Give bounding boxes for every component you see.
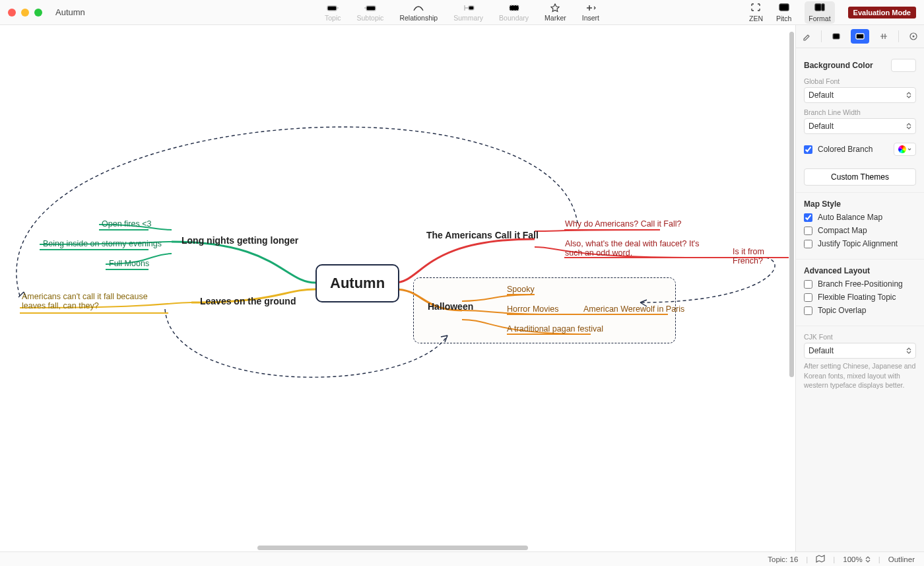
leaf-stormy-evenings[interactable]: Being inside on stormy evenings bbox=[43, 239, 162, 248]
global-font-select[interactable]: Default bbox=[804, 87, 916, 103]
leaf-spooky[interactable]: Spooky bbox=[507, 285, 535, 294]
custom-themes-button[interactable]: Custom Themes bbox=[804, 168, 916, 186]
zoom-window-button[interactable] bbox=[34, 9, 42, 17]
stepper-icon bbox=[906, 92, 911, 98]
format-panel-tabs bbox=[796, 25, 924, 48]
compact-map-checkbox[interactable]: Compact Map bbox=[804, 226, 916, 235]
toolbar-center: Topic Subtopic Relationship Summary Boun… bbox=[325, 3, 599, 22]
colored-branch-picker[interactable] bbox=[894, 143, 916, 156]
flexible-floating-checkbox[interactable]: Flexible Floating Topic bbox=[804, 293, 916, 302]
vertical-scrollbar[interactable] bbox=[789, 32, 794, 529]
minimize-window-button[interactable] bbox=[21, 9, 29, 17]
zoom-control[interactable]: 100% bbox=[843, 555, 870, 563]
titlebar: Autumn Topic Subtopic Relationship Summa… bbox=[0, 0, 924, 25]
toolbar-marker[interactable]: Marker bbox=[544, 3, 566, 22]
leaf-faucet[interactable]: Also, what's the deal with faucet? It's … bbox=[565, 239, 704, 258]
outliner-button[interactable]: Outliner bbox=[888, 555, 915, 563]
boundary-icon bbox=[508, 3, 520, 13]
format-tab-map[interactable] bbox=[851, 29, 870, 44]
bg-color-swatch[interactable] bbox=[891, 59, 916, 72]
svg-rect-4 bbox=[779, 4, 789, 11]
format-tab-structure[interactable] bbox=[878, 29, 889, 44]
leaf-open-fires[interactable]: Open fires <3 bbox=[102, 219, 151, 229]
svg-point-21 bbox=[913, 36, 915, 38]
bg-color-label: Background Color bbox=[804, 61, 873, 70]
status-bar: Topic: 16 | | 100% | Outliner bbox=[0, 551, 924, 566]
format-tab-style[interactable] bbox=[801, 29, 812, 44]
svg-rect-5 bbox=[815, 4, 821, 11]
cjk-font-label: CJK Font bbox=[804, 333, 916, 341]
close-window-button[interactable] bbox=[8, 9, 16, 17]
auto-balance-checkbox[interactable]: Auto Balance Map bbox=[804, 213, 916, 222]
leaf-americans-cant[interactable]: Americans can't call it fall because lea… bbox=[22, 292, 164, 310]
map-overview-button[interactable] bbox=[816, 555, 825, 564]
insert-icon bbox=[585, 3, 597, 13]
toolbar-relationship[interactable]: Relationship bbox=[399, 3, 438, 22]
pitch-icon bbox=[778, 3, 790, 13]
canvas-area[interactable]: Autumn Long nights getting longer Open f… bbox=[0, 25, 795, 551]
toolbar-topic[interactable]: Topic bbox=[325, 3, 341, 22]
leaf-pagan-festival[interactable]: A traditional pagan festival bbox=[507, 324, 603, 334]
window-controls bbox=[8, 9, 42, 17]
leaf-werewolf-paris[interactable]: American Werewolf in Paris bbox=[583, 304, 684, 314]
central-topic[interactable]: Autumn bbox=[315, 264, 399, 302]
horizontal-scrollbar[interactable] bbox=[257, 546, 528, 550]
branch-long-nights[interactable]: Long nights getting longer bbox=[182, 235, 298, 246]
format-icon bbox=[814, 3, 826, 13]
toolbar-boundary[interactable]: Boundary bbox=[499, 3, 529, 22]
leaf-horror-movies[interactable]: Horror Movies bbox=[507, 304, 559, 314]
subtopic-icon bbox=[364, 3, 376, 13]
stepper-icon bbox=[906, 123, 911, 129]
branch-americans-fall[interactable]: The Americans Call it Fall bbox=[426, 230, 539, 240]
toolbar-subtopic[interactable]: Subtopic bbox=[357, 3, 384, 22]
window-title: Autumn bbox=[55, 7, 85, 17]
svg-rect-18 bbox=[833, 34, 840, 39]
map-style-heading: Map Style bbox=[804, 199, 916, 209]
topic-icon bbox=[327, 3, 339, 13]
toolbar-pitch[interactable]: Pitch bbox=[776, 3, 791, 22]
stepper-icon bbox=[865, 556, 871, 563]
branch-width-label: Branch Line Width bbox=[804, 108, 916, 116]
format-tab-pitch[interactable] bbox=[831, 29, 842, 44]
summary-icon bbox=[463, 3, 475, 13]
rainbow-icon bbox=[898, 145, 906, 153]
relationship-icon bbox=[412, 3, 424, 13]
cjk-help-text: After setting Chinese, Japanese and Kore… bbox=[804, 361, 916, 390]
branch-width-select[interactable]: Default bbox=[804, 118, 916, 134]
branch-halloween[interactable]: Halloween bbox=[428, 301, 473, 312]
toolbar-right: ZEN Pitch Format Evaluation Mode bbox=[749, 1, 916, 24]
evaluation-badge: Evaluation Mode bbox=[848, 7, 916, 18]
justify-topic-checkbox[interactable]: Justify Topic Alignment bbox=[804, 239, 916, 248]
stepper-icon bbox=[906, 347, 911, 354]
svg-rect-0 bbox=[327, 6, 337, 11]
advanced-layout-heading: Advanced Layout bbox=[804, 266, 916, 275]
global-font-label: Global Font bbox=[804, 77, 916, 85]
svg-rect-1 bbox=[366, 6, 376, 11]
branch-leaves-ground[interactable]: Leaves on the ground bbox=[200, 296, 296, 306]
leaf-why-americans[interactable]: Why do Americans? Call it Fall? bbox=[565, 219, 681, 229]
svg-rect-19 bbox=[856, 34, 864, 39]
map-icon bbox=[816, 555, 825, 563]
format-panel: Background Color Global Font Default Bra… bbox=[795, 25, 924, 551]
toolbar-insert[interactable]: Insert bbox=[582, 3, 599, 22]
leaf-french[interactable]: Is it from French? bbox=[733, 247, 795, 265]
marker-icon bbox=[549, 3, 561, 13]
svg-rect-6 bbox=[822, 4, 824, 11]
colored-branch-checkbox[interactable]: Colored Branch bbox=[804, 145, 873, 154]
leaf-full-moons[interactable]: Full Moons bbox=[109, 259, 149, 268]
toolbar-summary[interactable]: Summary bbox=[453, 3, 483, 22]
format-tab-info[interactable] bbox=[908, 29, 919, 44]
branch-free-checkbox[interactable]: Branch Free-Positioning bbox=[804, 279, 916, 289]
cjk-font-select[interactable]: Default bbox=[804, 343, 916, 359]
topic-count: Topic: 16 bbox=[768, 555, 798, 563]
zen-icon bbox=[750, 3, 761, 13]
svg-rect-2 bbox=[469, 6, 474, 10]
chevron-down-icon bbox=[908, 147, 911, 152]
svg-rect-3 bbox=[510, 5, 519, 11]
toolbar-format[interactable]: Format bbox=[805, 1, 834, 24]
toolbar-zen[interactable]: ZEN bbox=[749, 3, 763, 22]
topic-overlap-checkbox[interactable]: Topic Overlap bbox=[804, 306, 916, 315]
